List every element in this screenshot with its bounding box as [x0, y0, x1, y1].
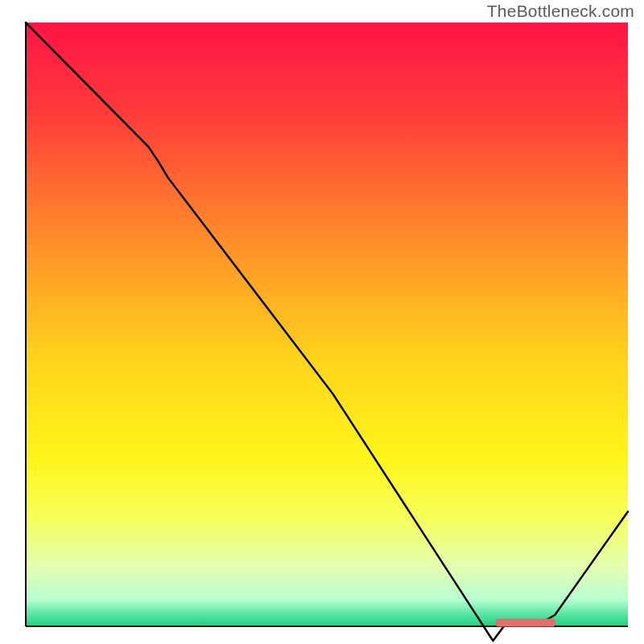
watermark-label: TheBottleneck.com	[487, 2, 634, 21]
bottleneck-chart	[0, 0, 644, 644]
chart-container: TheBottleneck.com	[0, 0, 644, 644]
optimal-range-marker	[495, 619, 555, 627]
